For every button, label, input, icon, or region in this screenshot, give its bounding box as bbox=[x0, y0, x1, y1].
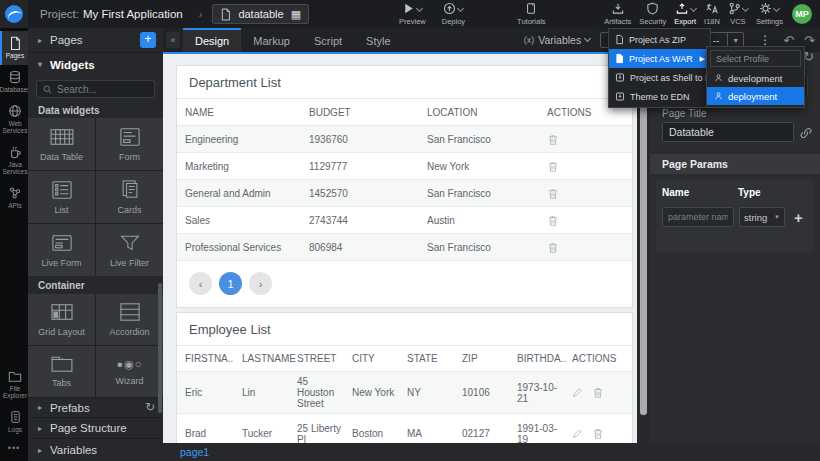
delete-icon[interactable] bbox=[592, 427, 604, 440]
submenu-item-development[interactable]: development bbox=[707, 69, 804, 87]
edit-icon[interactable] bbox=[572, 387, 583, 398]
chevron-down-icon[interactable] bbox=[457, 5, 464, 12]
menu-item-project-as-zip[interactable]: Project As ZIP bbox=[609, 30, 710, 49]
col-header[interactable]: BIRTHDA.. bbox=[509, 349, 564, 368]
canvas-scrollbar-thumb[interactable] bbox=[640, 105, 647, 415]
col-header[interactable]: STATE bbox=[399, 349, 454, 368]
delete-icon[interactable] bbox=[547, 187, 559, 200]
widget-tile-data-table[interactable]: Data Table bbox=[28, 118, 95, 170]
refresh-prefabs-icon[interactable]: ↻ bbox=[145, 400, 155, 414]
page-1-button[interactable]: 1 bbox=[219, 272, 242, 295]
design-canvas[interactable]: Department List NAME BUDGET LOCATION ACT… bbox=[163, 52, 637, 443]
settings-button[interactable]: Settings bbox=[752, 0, 787, 28]
col-header[interactable]: STREET bbox=[289, 349, 344, 368]
col-header[interactable]: LOCATION bbox=[419, 103, 539, 122]
security-button[interactable]: Security bbox=[635, 0, 670, 28]
widget-tile-tabs[interactable]: Tabs bbox=[28, 346, 95, 397]
pages-section-header[interactable]: ▸ Pages + bbox=[28, 28, 163, 52]
delete-icon[interactable] bbox=[547, 133, 559, 146]
widget-tile-cards[interactable]: Cards bbox=[96, 171, 163, 223]
add-param-button[interactable]: + bbox=[794, 209, 803, 226]
menu-item-theme-to-edn[interactable]: Theme to EDN bbox=[609, 87, 710, 106]
table-row[interactable]: Brad Tucker 25 Liberty Pl Boston MA 0212… bbox=[177, 414, 632, 443]
widgets-section-header[interactable]: ▾ Widgets bbox=[28, 52, 163, 76]
param-type-select[interactable]: string ▼ bbox=[739, 207, 785, 227]
widget-tile-wizard[interactable]: ●◉○ Wizard bbox=[96, 346, 163, 397]
collapse-panel-button[interactable]: « bbox=[166, 32, 180, 48]
tutorials-button[interactable]: Tutorials bbox=[513, 0, 549, 28]
prefabs-section-header[interactable]: ▸ Prefabs ↻ bbox=[28, 397, 163, 417]
variables-section-header[interactable]: ▸ Variables bbox=[28, 438, 163, 461]
variables-dropdown[interactable]: (x) Variables bbox=[524, 28, 591, 52]
submenu-item-deployment[interactable]: deployment bbox=[707, 87, 804, 105]
rail-more-button[interactable]: ••• bbox=[0, 439, 28, 461]
menu-item-project-as-shell-to-edn[interactable]: Project as Shell to EDN bbox=[609, 68, 710, 87]
vcs-button[interactable]: VCS bbox=[724, 0, 752, 28]
next-page-button[interactable]: › bbox=[249, 272, 272, 295]
tab-script[interactable]: Script bbox=[302, 28, 354, 52]
edit-icon[interactable] bbox=[572, 428, 583, 439]
chevron-down-icon[interactable] bbox=[773, 5, 780, 12]
rail-item-databases[interactable]: Databases bbox=[0, 65, 28, 99]
rail-item-web-services[interactable]: Web Services bbox=[0, 99, 28, 140]
widget-tile-form[interactable]: Form bbox=[96, 118, 163, 170]
widget-tile-grid-layout[interactable]: Grid Layout bbox=[28, 294, 95, 345]
widget-tile-live-filter[interactable]: Live Filter bbox=[96, 224, 163, 276]
col-header[interactable]: NAME bbox=[177, 103, 301, 122]
table-row[interactable]: Engineering 1936760 San Francisco bbox=[177, 126, 632, 153]
page-title-input[interactable] bbox=[662, 122, 794, 142]
app-logo[interactable] bbox=[0, 0, 28, 28]
page-tab-page1[interactable]: page1 bbox=[180, 446, 209, 458]
employee-list-card[interactable]: Employee List FIRSTNA.. LASTNAME STREET … bbox=[176, 312, 633, 443]
add-page-button[interactable]: + bbox=[140, 32, 156, 48]
col-header[interactable]: BUDGET bbox=[301, 103, 419, 122]
param-name-input[interactable] bbox=[662, 207, 734, 227]
export-button[interactable]: Export bbox=[670, 0, 700, 28]
table-row[interactable]: General and Admin 1452570 San Francisco bbox=[177, 180, 632, 207]
col-header[interactable]: CITY bbox=[344, 349, 399, 368]
play-icon bbox=[402, 2, 415, 15]
table-row[interactable]: Sales 2743744 Austin bbox=[177, 207, 632, 234]
bind-link-icon[interactable] bbox=[800, 127, 812, 139]
widget-search-box[interactable] bbox=[36, 80, 155, 98]
left-panel-scrollbar[interactable] bbox=[158, 283, 162, 413]
table-row[interactable]: Marketing 1129777 New York bbox=[177, 153, 632, 180]
search-input[interactable] bbox=[57, 84, 148, 95]
table-row[interactable]: Eric Lin 45 Houston Street New York NY 1… bbox=[177, 372, 632, 414]
delete-icon[interactable] bbox=[547, 241, 559, 254]
tab-design[interactable]: Design bbox=[183, 28, 241, 52]
menu-item-project-as-war[interactable]: Project As WAR ▶ bbox=[609, 49, 710, 68]
deploy-button[interactable]: Deploy bbox=[438, 0, 469, 28]
rail-item-apis[interactable]: APIs bbox=[0, 181, 28, 215]
canvas-scrollbar-track[interactable] bbox=[637, 52, 650, 443]
col-header[interactable]: FIRSTNA.. bbox=[177, 349, 234, 368]
department-list-card[interactable]: Department List NAME BUDGET LOCATION ACT… bbox=[176, 65, 633, 308]
chevron-down-icon[interactable] bbox=[416, 5, 423, 12]
grid-view-icon[interactable]: ▦ bbox=[291, 9, 301, 20]
page-selector[interactable]: datatable ▦ bbox=[212, 4, 309, 24]
table-row[interactable]: Professional Services 806984 San Francis… bbox=[177, 234, 632, 261]
rail-item-java-services[interactable]: Java Services bbox=[0, 140, 28, 181]
artifacts-button[interactable]: Artifacts bbox=[600, 0, 635, 28]
page-structure-section-header[interactable]: ▸ Page Structure bbox=[28, 417, 163, 438]
delete-icon[interactable] bbox=[592, 386, 604, 399]
tab-markup[interactable]: Markup bbox=[241, 28, 302, 52]
chevron-down-icon[interactable] bbox=[742, 5, 749, 12]
prev-page-button[interactable]: ‹ bbox=[189, 272, 212, 295]
delete-icon[interactable] bbox=[547, 214, 559, 227]
user-avatar[interactable]: MP bbox=[792, 4, 812, 24]
rail-item-pages[interactable]: Pages bbox=[0, 31, 28, 65]
i18n-button[interactable]: I18N bbox=[700, 0, 724, 28]
widget-tile-accordion[interactable]: Accordion bbox=[96, 294, 163, 345]
widget-tile-live-form[interactable]: Live Form bbox=[28, 224, 95, 276]
widget-tile-list[interactable]: List bbox=[28, 171, 95, 223]
delete-icon[interactable] bbox=[547, 160, 559, 173]
tab-style[interactable]: Style bbox=[354, 28, 402, 52]
preview-button[interactable]: Preview bbox=[395, 0, 430, 28]
rail-item-logs[interactable]: Logs bbox=[0, 405, 28, 439]
col-header[interactable]: LASTNAME bbox=[234, 349, 289, 368]
col-header[interactable]: ZIP bbox=[454, 349, 509, 368]
rail-item-file-explorer[interactable]: File Explorer bbox=[0, 365, 28, 405]
col-header[interactable]: ACTIONS bbox=[564, 349, 632, 368]
chevron-down-icon[interactable] bbox=[690, 5, 697, 12]
